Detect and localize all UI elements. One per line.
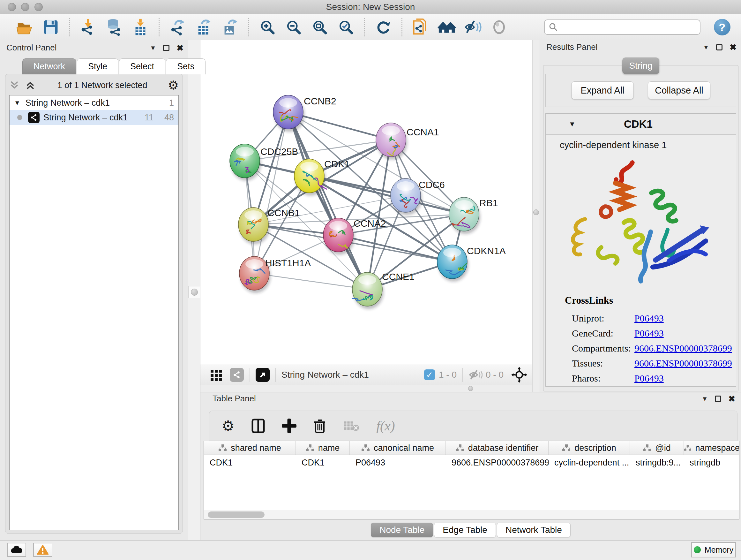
save-session-button[interactable] — [40, 17, 61, 38]
import-network-button[interactable] — [77, 17, 98, 38]
table-row[interactable]: CDK1CDK1P064939606.ENSP00000378699cyclin… — [204, 455, 739, 470]
column-header--id[interactable]: @id — [630, 441, 684, 455]
column-label: canonical name — [374, 443, 434, 453]
tab-network[interactable]: Network — [22, 58, 76, 74]
network-node-RB1[interactable] — [449, 197, 480, 234]
column-header-database-identifier[interactable]: database identifier — [446, 441, 549, 455]
left-splitter[interactable] — [188, 40, 200, 540]
memory-button[interactable]: Memory — [691, 542, 736, 557]
tab-edge-table[interactable]: Edge Table — [434, 523, 496, 537]
apply-layout-button[interactable] — [373, 17, 394, 38]
add-column-icon[interactable] — [282, 419, 296, 433]
show-columns-icon[interactable] — [251, 418, 265, 434]
tab-select[interactable]: Select — [119, 58, 165, 74]
expand-all-button[interactable]: Expand All — [571, 81, 634, 99]
search-input[interactable] — [561, 22, 696, 32]
crosslink-link[interactable]: 9606.ENSP00000378699 — [634, 358, 732, 369]
scrollbar-thumb[interactable] — [208, 511, 265, 518]
network-node-CDKN1A[interactable] — [437, 245, 468, 282]
table-panel-close-icon[interactable]: ✖ — [728, 395, 735, 403]
tab-style[interactable]: Style — [77, 58, 118, 74]
import-database-button[interactable] — [104, 17, 125, 38]
column-header-canonical-name[interactable]: canonical name — [350, 441, 446, 455]
column-label: namespace — [695, 443, 739, 453]
bottom-splitter-handle[interactable] — [468, 386, 473, 391]
zoom-fit-button[interactable] — [309, 17, 330, 38]
string-home-button[interactable] — [436, 17, 457, 38]
homes-icon — [437, 18, 456, 37]
selected-items-checkbox[interactable]: ✓ — [424, 369, 435, 380]
share-network-button[interactable] — [410, 17, 431, 38]
network-edge-HIST1H1A-CCNE1[interactable] — [254, 273, 367, 289]
string-view-icon[interactable] — [230, 368, 244, 382]
hide-glass-button[interactable] — [462, 17, 483, 38]
export-image-icon — [221, 18, 239, 37]
network-edge-CCNB2-HIST1H1A[interactable] — [254, 112, 288, 273]
crosslink-link[interactable]: 9606.ENSP00000378699 — [634, 343, 732, 354]
tab-network-table[interactable]: Network Table — [497, 523, 570, 537]
control-panel-close-icon[interactable]: ✖ — [177, 44, 184, 52]
delete-table-icon — [343, 420, 360, 432]
crosslink-link[interactable]: P06493 — [634, 328, 664, 339]
tree-expander-icon[interactable]: ▼ — [14, 99, 20, 107]
help-button[interactable]: ? — [714, 19, 731, 36]
control-panel-maximize-icon[interactable] — [163, 45, 170, 51]
network-node-CDK1[interactable] — [294, 159, 327, 196]
right-splitter-handle[interactable] — [533, 209, 539, 215]
crosslink-link[interactable]: P06493 — [634, 373, 664, 384]
cloud-status-button[interactable] — [7, 543, 26, 557]
column-header-description[interactable]: description — [549, 441, 630, 455]
network-node-CDC25B[interactable] — [230, 144, 261, 181]
column-header-namespace[interactable]: namespace — [684, 441, 739, 455]
entry-expander-icon[interactable]: ▼ — [569, 120, 576, 128]
network-node-CCNA1[interactable] — [376, 123, 407, 160]
network-edge-CCNA2-CDKN1A[interactable] — [338, 235, 452, 262]
warnings-button[interactable] — [33, 543, 52, 557]
column-header-name[interactable]: name — [296, 441, 350, 455]
control-panel-float-icon[interactable]: ▼ — [150, 45, 156, 51]
show-glass-button[interactable] — [488, 17, 510, 38]
zoom-selected-button[interactable] — [335, 17, 356, 38]
bottom-splitter[interactable] — [200, 385, 532, 392]
zoom-out-button[interactable] — [283, 17, 304, 38]
network-view[interactable]: CCNB2CCNA1CDC25BCDK1CDC6RB1CCNB1CCNA2CDK… — [200, 40, 532, 365]
delete-column-icon[interactable] — [313, 418, 327, 434]
results-panel-maximize-icon[interactable] — [716, 44, 723, 51]
crosslink-link[interactable]: P06493 — [634, 313, 664, 324]
fit-selected-crosshair-icon[interactable] — [511, 367, 527, 383]
table-horizontal-scrollbar[interactable] — [204, 510, 739, 519]
table-panel-maximize-icon[interactable] — [715, 395, 721, 402]
open-in-new-window-icon[interactable] — [256, 368, 270, 382]
collapse-all-button[interactable]: Collapse All — [648, 81, 711, 99]
protein-structure-image — [561, 155, 721, 289]
gene-description: cyclin-dependent kinase 1 — [560, 140, 736, 150]
open-session-button[interactable] — [14, 17, 35, 38]
tab-sets[interactable]: Sets — [166, 58, 205, 74]
tab-string[interactable]: String — [622, 57, 659, 74]
export-network-button[interactable] — [167, 17, 188, 38]
table-options-gear-icon[interactable]: ⚙ — [221, 417, 234, 435]
table-panel-float-icon[interactable]: ▼ — [701, 395, 708, 402]
expand-all-icon[interactable] — [25, 80, 37, 91]
network-node-CCNA2[interactable] — [323, 218, 354, 255]
network-collection-row[interactable]: ▼ String Network – cdk1 1 — [10, 96, 179, 110]
results-panel-close-icon[interactable]: ✖ — [730, 43, 737, 51]
left-splitter-handle[interactable] — [188, 286, 200, 298]
network-node-CCNB2[interactable] — [273, 95, 305, 132]
results-panel-float-icon[interactable]: ▼ — [703, 44, 709, 51]
cytoscape-window: Session: New Session — [0, 0, 741, 560]
right-splitter[interactable] — [532, 40, 540, 392]
network-options-gear-icon[interactable]: ⚙ — [168, 78, 179, 92]
zoom-in-button[interactable] — [257, 17, 278, 38]
gene-entry-header[interactable]: ▼ CDK1 — [546, 114, 736, 135]
status-bar: Memory — [0, 540, 741, 560]
tab-node-table[interactable]: Node Table — [371, 523, 433, 537]
network-row-selected[interactable]: String Network – cdk1 11 48 — [10, 110, 179, 125]
birdseye-grid-icon[interactable] — [209, 368, 223, 382]
import-table-button[interactable] — [130, 17, 151, 38]
export-table-button[interactable] — [193, 17, 214, 38]
column-header-shared-name[interactable]: shared name — [204, 441, 296, 455]
export-image-button[interactable] — [219, 17, 241, 38]
collapse-all-icon[interactable] — [9, 80, 21, 91]
network-node-CCNE1[interactable] — [352, 272, 384, 309]
